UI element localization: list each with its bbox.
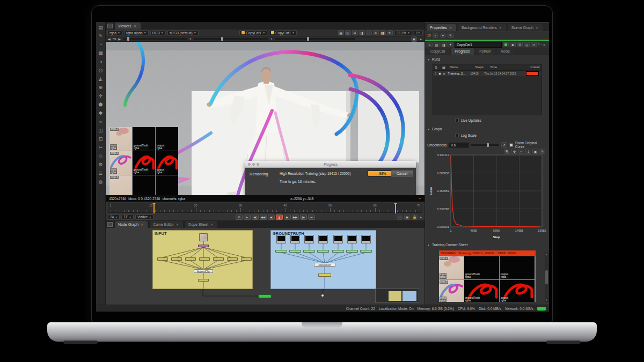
viewer-proxy-icon[interactable]: ⊘ xyxy=(373,30,379,35)
nudge-right-icon[interactable]: ▶ xyxy=(118,37,121,41)
crop-node[interactable] xyxy=(227,257,238,261)
viewer-image[interactable]: crop 1 input rgba groundTruth rgba outpu… xyxy=(106,42,425,195)
out-marker[interactable] xyxy=(395,203,396,213)
runs-table[interactable]: ⇅ ▦ Name Steps Time Colour 1 ▶ Training_… xyxy=(433,64,542,115)
empty-pages-icon[interactable]: ◐ xyxy=(433,33,438,38)
transport-stop-button[interactable]: ▮ xyxy=(276,215,283,220)
copycat-node[interactable] xyxy=(318,274,331,277)
read-node[interactable] xyxy=(290,235,300,243)
loss-chart[interactable]: 14995999014985199800.9211170.6908380.460… xyxy=(428,152,546,241)
lock-pages-icon[interactable]: ● xyxy=(440,33,446,38)
crop-node[interactable] xyxy=(317,250,329,253)
crop-node[interactable] xyxy=(360,250,372,253)
tab-curve-editor[interactable]: Curve Editor✕ xyxy=(150,221,183,228)
node-curves-icon[interactable]: ∿ xyxy=(427,42,433,47)
undock-icon[interactable]: ▫ xyxy=(540,43,541,46)
center-icon[interactable]: ◎ xyxy=(524,42,530,47)
read-node[interactable] xyxy=(333,235,343,243)
toolbar-icon-merge[interactable]: ⊕ xyxy=(97,83,105,92)
col-name[interactable]: Name xyxy=(450,65,473,69)
crop-node[interactable] xyxy=(213,257,224,261)
show-original-checkbox[interactable] xyxy=(509,143,513,147)
scrollbar[interactable]: ▲ ▼ xyxy=(545,253,548,302)
run-colour-swatch[interactable] xyxy=(526,71,539,76)
toolbar-icon-toolsets[interactable]: ✂ xyxy=(97,143,105,152)
colorspace-dropdown[interactable]: sRGB (default)▼ xyxy=(167,30,199,35)
channels-icon[interactable]: ✱ xyxy=(510,42,516,47)
stereo-icon[interactable]: ▣ xyxy=(411,36,417,42)
toolbar-icon-keyer[interactable]: ◭ xyxy=(97,75,105,83)
transport-loop-button[interactable]: ⟲ xyxy=(236,215,243,220)
toolbar-icon-metadata[interactable]: ⊡ xyxy=(97,135,105,143)
viewer-mask-icon[interactable]: ◱ xyxy=(345,30,351,35)
close-icon[interactable]: ✕ xyxy=(141,223,143,226)
backdrop-input[interactable]: INPUT xyxy=(152,230,253,289)
live-render-indicator[interactable] xyxy=(503,42,509,47)
gain-slider[interactable] xyxy=(193,38,268,40)
close-icon[interactable]: ✕ xyxy=(536,26,538,29)
log-scale-checkbox[interactable] xyxy=(455,134,459,137)
channels-dropdown[interactable]: rgba▼ xyxy=(107,30,122,35)
graph-section-header[interactable]: ▼Graph xyxy=(427,127,442,131)
viewer-grid-icon[interactable]: ▦ xyxy=(338,30,344,35)
close-icon[interactable]: ✕ xyxy=(176,223,179,226)
read-node[interactable] xyxy=(304,235,314,243)
help-icon[interactable]: ? xyxy=(538,43,539,46)
lock-range-icon[interactable]: 🔒 xyxy=(412,215,418,220)
crop-node[interactable] xyxy=(171,257,182,261)
float-panel-icon[interactable]: ⧉ xyxy=(517,42,523,47)
col-colour[interactable]: Colour xyxy=(530,65,540,69)
toolbar-icon-filter[interactable]: ◎ xyxy=(97,66,105,75)
fps-dropdown[interactable]: 24▼ xyxy=(108,215,120,220)
toolbar-icon-color[interactable]: ◑ xyxy=(97,57,105,66)
close-icon[interactable]: ✕ xyxy=(449,26,452,29)
scroll-up-icon[interactable]: ▲ xyxy=(546,253,548,256)
row-checkbox[interactable] xyxy=(438,72,441,75)
toolbar-icon-script[interactable]: ≣ xyxy=(97,169,105,178)
monitor-out-icon[interactable]: ▭ xyxy=(397,215,402,220)
list-icon[interactable]: ▦ xyxy=(442,65,448,69)
tab-node[interactable]: Node xyxy=(497,48,514,55)
in-marker[interactable] xyxy=(153,203,155,213)
node-dot[interactable] xyxy=(321,294,324,297)
read-node[interactable] xyxy=(361,235,371,243)
read-node[interactable] xyxy=(318,235,328,243)
toolbar-icon-views[interactable]: ◫ xyxy=(97,126,105,135)
viewer-wipe-icon[interactable]: ◨ xyxy=(359,30,365,35)
shuffle-node[interactable] xyxy=(198,245,209,247)
cancel-button[interactable]: Cancel xyxy=(391,171,413,176)
read-node[interactable] xyxy=(347,235,357,243)
tab-dope-sheet[interactable]: Dope Sheet✕ xyxy=(185,221,217,228)
frame-mode-dropdown[interactable]: TF▼ xyxy=(121,215,134,220)
live-updates-checkbox[interactable] xyxy=(455,119,459,122)
runs-table-row[interactable]: 1 ▶ Training_2... 19415 Thu Jul 13 14:04… xyxy=(433,71,541,76)
crop-node[interactable] xyxy=(199,257,210,261)
close-panel-icon[interactable]: ✕ xyxy=(543,43,545,47)
tab-python[interactable]: Python xyxy=(476,48,495,55)
node-graph-minimap[interactable] xyxy=(375,289,419,303)
node-swatch-icon[interactable]: ◨ xyxy=(441,42,447,47)
pin-icon[interactable]: ✎ xyxy=(448,33,453,38)
toolbar-icon-time[interactable]: ◔ xyxy=(97,40,105,49)
toolbar-icon-image[interactable]: ▤ xyxy=(97,23,105,32)
pane-menu-icon[interactable] xyxy=(107,222,113,227)
crop-node[interactable] xyxy=(303,250,315,253)
scrollbar-thumb[interactable] xyxy=(545,270,548,284)
toolbar-icon-air[interactable]: ⚙ xyxy=(97,160,105,169)
pane-menu-icon[interactable] xyxy=(107,24,113,28)
toolbar-icon-copycat[interactable]: ◇ xyxy=(97,152,105,160)
row-expand-icon[interactable]: ▶ xyxy=(443,72,445,75)
appendclip-node[interactable]: AppendClip xyxy=(194,269,213,273)
transport-play-button[interactable]: ▶ xyxy=(284,215,291,220)
sort-icon[interactable]: ⇅ xyxy=(435,65,440,69)
crop-node[interactable] xyxy=(185,257,196,261)
backdrop-groundtruth[interactable]: GROUNDTRUTH xyxy=(270,230,376,289)
node-name-field[interactable]: CopyCat1 xyxy=(455,42,502,48)
transport-step-back-button[interactable]: ◀◀ xyxy=(260,215,267,220)
contact-sheet-header[interactable]: ▼Training Contact Sheet xyxy=(427,243,467,247)
col-time[interactable]: Time xyxy=(490,65,528,69)
transport-play-back-button[interactable]: ◀ xyxy=(268,215,275,220)
progress-dialog-titlebar[interactable]: Progress xyxy=(245,161,416,168)
toolbar-icon-channel[interactable]: ▦ xyxy=(97,49,105,57)
viewer-roi-icon[interactable]: ▭ xyxy=(366,30,372,35)
